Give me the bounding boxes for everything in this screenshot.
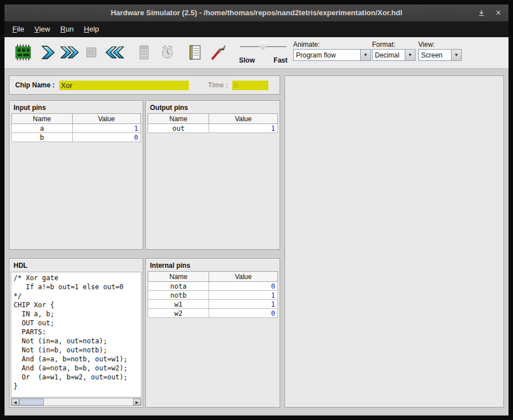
stop-icon <box>83 44 100 61</box>
scroll-thumb[interactable] <box>19 399 44 405</box>
window-title: Hardware Simulator (2.5) - /home/thomas/… <box>5 5 508 21</box>
pin-row: b 0 <box>12 133 141 142</box>
toolbar: Slow Fast Animate: Program flow ▼ Format… <box>5 37 508 69</box>
menu-item-view[interactable]: View <box>29 21 55 37</box>
menu-bar: File View Run Help <box>5 21 508 37</box>
chip-name-field[interactable]: Xor <box>59 81 189 90</box>
input-pins-panel: Input pins Name Value a 1 b 0 <box>9 100 143 250</box>
load-chip-button[interactable] <box>12 42 34 63</box>
format-select[interactable]: Decimal ▼ <box>372 49 415 61</box>
minimize-icon <box>478 10 485 16</box>
pin-value: 1 <box>209 291 278 300</box>
internal-pins-table: Name Value nota 0 notb 1 w1 1 <box>148 271 278 318</box>
hdl-code: /* Xor gate If a!=b out=1 else out=0 */ … <box>11 272 141 392</box>
hdl-panel: HDL /* Xor gate If a!=b out=1 else out=0… <box>9 258 143 408</box>
column-header-value: Value <box>209 114 278 124</box>
scroll-right-icon: ▶ <box>135 400 138 404</box>
view-select[interactable]: Screen ▼ <box>418 49 462 61</box>
scroll-track[interactable] <box>19 399 133 405</box>
hdl-horizontal-scrollbar[interactable]: ◀ ▶ <box>11 398 141 406</box>
pin-name: nota <box>148 282 209 291</box>
view-dropdown-button[interactable]: ▼ <box>451 50 461 60</box>
speed-slider[interactable]: Slow Fast <box>239 41 288 65</box>
fast-forward-icon <box>60 44 79 61</box>
menu-item-help[interactable]: Help <box>79 21 104 37</box>
hdl-code-area: /* Xor gate If a!=b out=1 else out=0 */ … <box>11 272 141 397</box>
chip-icon <box>14 44 32 61</box>
stop-button <box>81 42 102 63</box>
pin-value: 1 <box>209 124 278 133</box>
chevron-down-icon: ▼ <box>454 52 459 58</box>
brush-icon <box>210 44 227 61</box>
chevron-down-icon: ▼ <box>364 52 368 58</box>
pin-name: b <box>12 133 73 142</box>
calculator-icon <box>135 44 152 61</box>
output-pins-table: Name Value out 1 <box>148 113 278 133</box>
pin-name: notb <box>148 291 209 300</box>
input-pins-table: Name Value a 1 b 0 <box>11 113 141 142</box>
animate-dropdown-button[interactable]: ▼ <box>360 50 370 60</box>
slider-labels: Slow Fast <box>239 56 288 64</box>
single-step-button[interactable] <box>37 42 58 63</box>
output-pins-panel: Output pins Name Value out 1 <box>145 100 280 250</box>
clock-button <box>157 42 178 63</box>
pin-value: 1 <box>209 300 278 309</box>
main-area: Chip Name : Xor Time : 0 Input pins Name… <box>5 69 508 415</box>
slider-slow-label: Slow <box>239 56 255 64</box>
scroll-left-button[interactable]: ◀ <box>11 399 19 405</box>
hdl-title: HDL <box>10 259 143 271</box>
clear-button[interactable] <box>207 42 229 63</box>
format-dropdown-button[interactable]: ▼ <box>405 50 415 60</box>
time-field: 0 <box>232 81 268 90</box>
pin-row: out 1 <box>148 124 278 133</box>
single-step-icon <box>39 44 56 61</box>
script-button[interactable] <box>184 42 206 63</box>
reset-button[interactable] <box>104 42 126 63</box>
scroll-right-button[interactable]: ▶ <box>133 399 141 405</box>
pin-name: a <box>12 124 73 133</box>
pin-row: nota 0 <box>148 282 278 291</box>
column-header-value: Value <box>209 272 278 282</box>
close-icon: × <box>496 8 501 18</box>
run-button[interactable] <box>59 42 80 63</box>
menu-item-run[interactable]: Run <box>55 21 79 37</box>
screen-view-panel <box>285 76 504 408</box>
pin-name: out <box>148 124 209 133</box>
view-label: View: <box>418 41 435 48</box>
slider-fast-label: Fast <box>273 56 288 64</box>
format-value: Decimal <box>373 50 405 60</box>
book-icon <box>187 44 204 61</box>
menu-item-file[interactable]: File <box>7 21 29 37</box>
app-window: Hardware Simulator (2.5) - /home/thomas/… <box>5 5 508 415</box>
pin-row: w2 0 <box>148 309 278 318</box>
scroll-left-icon: ◀ <box>14 400 16 404</box>
chip-name-label: Chip Name : <box>15 81 55 89</box>
chip-name-bar: Chip Name : Xor Time : 0 <box>9 76 280 95</box>
close-button[interactable]: × <box>492 6 505 20</box>
rewind-icon <box>105 44 125 61</box>
clock-icon <box>159 44 176 61</box>
animate-value: Program flow <box>294 50 360 60</box>
input-pins-title: Input pins <box>10 101 143 113</box>
calculator-button <box>133 42 154 63</box>
pin-name: w1 <box>148 300 209 309</box>
slider-thumb[interactable] <box>259 42 267 50</box>
pin-value: 0 <box>209 309 278 318</box>
time-label: Time : <box>208 81 228 89</box>
internal-pins-title: Internal pins <box>146 259 280 271</box>
output-pins-title: Output pins <box>146 101 280 113</box>
pin-value[interactable]: 0 <box>72 133 140 142</box>
pin-row: a 1 <box>12 124 141 133</box>
pin-row: notb 1 <box>148 291 278 300</box>
pin-row: w1 1 <box>148 300 278 309</box>
internal-pins-panel: Internal pins Name Value nota 0 notb <box>145 258 280 408</box>
column-header-name: Name <box>12 114 73 124</box>
pin-value[interactable]: 1 <box>72 124 140 133</box>
pin-name: w2 <box>148 309 209 318</box>
window-controls: × <box>475 5 505 21</box>
pin-value: 0 <box>209 282 278 291</box>
title-bar[interactable]: Hardware Simulator (2.5) - /home/thomas/… <box>5 5 508 21</box>
animate-select[interactable]: Program flow ▼ <box>293 49 371 61</box>
column-header-name: Name <box>148 272 209 282</box>
minimize-button[interactable] <box>475 6 488 20</box>
